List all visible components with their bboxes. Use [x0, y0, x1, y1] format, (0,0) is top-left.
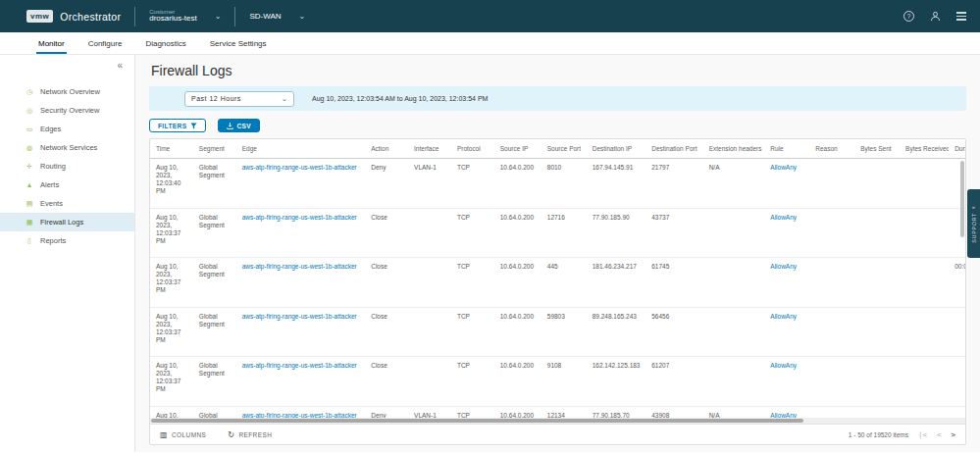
- pagination-next-icon[interactable]: >: [951, 430, 955, 439]
- columns-button[interactable]: ▥ COLUMNS: [160, 430, 206, 439]
- column-header-reason[interactable]: Reason: [809, 139, 854, 159]
- product-title: Orchestrator: [60, 11, 121, 23]
- column-header-protocol[interactable]: Protocol: [451, 139, 494, 159]
- column-header-bytes-received[interactable]: Bytes Received: [900, 139, 949, 159]
- cell-extension-headers: [703, 258, 765, 308]
- cell-duration: [949, 357, 965, 407]
- chevron-left-icon: «: [972, 204, 975, 210]
- refresh-button[interactable]: ↻ REFRESH: [228, 430, 272, 439]
- column-header-segment[interactable]: Segment: [193, 139, 236, 159]
- cell-reason: [809, 208, 854, 258]
- edge-link[interactable]: aws-atp-firing-range-us-west-1b-attacker: [242, 362, 357, 369]
- tab-diagnostics[interactable]: Diagnostics: [133, 32, 197, 54]
- support-tab[interactable]: « SUPPORT: [967, 189, 980, 258]
- cell-destination-port: 61745: [645, 258, 702, 308]
- customer-dropdown[interactable]: Customer drosarius-test ⌄: [149, 9, 221, 24]
- cell-reason: [809, 258, 854, 308]
- cell-source-port: 12716: [542, 208, 587, 258]
- time-range-value: Past 12 Hours: [191, 95, 241, 102]
- network-services-icon: ◍: [26, 144, 33, 152]
- edge-link[interactable]: aws-atp-firing-range-us-west-1b-attacker: [242, 164, 357, 171]
- help-icon[interactable]: ?: [903, 11, 914, 22]
- sidebar-collapse-icon[interactable]: «: [117, 60, 123, 71]
- column-header-destination-ip[interactable]: Destination IP: [587, 139, 646, 159]
- column-header-action[interactable]: Action: [365, 139, 408, 159]
- cell-source-port: 12134: [542, 406, 587, 418]
- sidebar-item-edges[interactable]: ▭Edges: [0, 120, 134, 138]
- cell-source-ip: 10.64.0.200: [494, 208, 542, 258]
- sidebar-item-events[interactable]: ▤Events: [0, 194, 134, 213]
- rule-link[interactable]: AllowAny: [770, 362, 797, 369]
- pagination: 1 - 50 of 19520 items |< < >: [849, 430, 955, 439]
- cell-bytes-received: [900, 208, 949, 258]
- vertical-scrollbar[interactable]: [960, 161, 964, 237]
- cell-reason: [809, 406, 854, 418]
- cell-source-port: 445: [542, 258, 587, 308]
- sidebar-item-firewall-logs[interactable]: ▦Firewall Logs: [0, 213, 134, 231]
- pagination-first-icon[interactable]: |<: [918, 430, 927, 439]
- customer-value: drosarius-test: [149, 15, 196, 24]
- filter-funnel-icon: [190, 123, 197, 129]
- column-header-rule[interactable]: Rule: [764, 139, 809, 159]
- edge-link[interactable]: aws-atp-firing-range-us-west-1b-attacker: [242, 313, 357, 320]
- cell-interface: [408, 258, 451, 308]
- column-header-destination-port[interactable]: Destination Port: [645, 139, 702, 159]
- cell-time: Aug 10, 2023, 12:03:37 PM: [150, 208, 193, 258]
- edge-link[interactable]: aws-atp-firing-range-us-west-1b-attacker: [242, 263, 357, 270]
- cell-source-ip: 10.64.0.200: [494, 307, 542, 357]
- column-header-bytes-sent[interactable]: Bytes Sent: [854, 139, 900, 159]
- cell-rule: AllowAny: [764, 159, 809, 209]
- cell-duration: [949, 406, 965, 418]
- sidebar-item-network-services[interactable]: ◍Network Services: [0, 138, 134, 157]
- cell-rule: AllowAny: [764, 208, 809, 258]
- table-row: Aug 10, 2023, 12:03:37 PMGlobal Segmenta…: [150, 208, 965, 258]
- chevron-down-icon: ⌄: [299, 12, 306, 21]
- tab-configure[interactable]: Configure: [77, 32, 134, 54]
- edge-link[interactable]: aws-atp-firing-range-us-west-1b-attacker: [242, 214, 357, 221]
- cell-segment: Global Segment: [193, 159, 236, 209]
- column-header-duration[interactable]: Duration: [949, 139, 965, 159]
- horizontal-scrollbar-thumb[interactable]: [151, 419, 803, 423]
- filters-button[interactable]: FILTERS: [149, 119, 206, 132]
- vmware-logo[interactable]: vmw: [26, 10, 53, 23]
- sidebar-item-reports[interactable]: ▯Reports: [0, 231, 134, 250]
- column-header-edge[interactable]: Edge: [236, 139, 366, 159]
- rule-link[interactable]: AllowAny: [770, 164, 797, 171]
- cell-rule: AllowAny: [764, 406, 809, 418]
- column-header-time[interactable]: Time: [150, 139, 193, 159]
- tab-monitor[interactable]: Monitor: [26, 32, 77, 54]
- sidebar-item-network-overview[interactable]: ◷Network Overview: [0, 82, 134, 101]
- cell-destination-ip: 181.46.234.217: [587, 258, 646, 308]
- cell-segment: Global Segment: [193, 258, 236, 308]
- menu-icon[interactable]: [956, 12, 966, 21]
- cell-source-ip: 10.64.0.200: [494, 406, 542, 418]
- service-dropdown[interactable]: SD-WAN ⌄: [249, 12, 305, 21]
- csv-export-button[interactable]: CSV: [218, 119, 260, 132]
- rule-link[interactable]: AllowAny: [770, 214, 797, 221]
- horizontal-scrollbar[interactable]: [150, 418, 965, 424]
- column-header-interface[interactable]: Interface: [408, 139, 451, 159]
- cell-source-ip: 10.64.0.200: [494, 159, 542, 209]
- column-header-source-port[interactable]: Source Port: [542, 139, 587, 159]
- cell-extension-headers: [703, 307, 765, 357]
- cell-segment: Global Segment: [193, 307, 236, 357]
- refresh-icon: ↻: [228, 430, 234, 439]
- pagination-prev-icon[interactable]: <: [937, 430, 942, 439]
- cell-duration: [949, 307, 965, 357]
- rule-link[interactable]: AllowAny: [770, 263, 797, 270]
- column-header-source-ip[interactable]: Source IP: [494, 139, 542, 159]
- cell-edge: aws-atp-firing-range-us-west-1b-attacker: [236, 208, 366, 258]
- sidebar-item-security-overview[interactable]: ◎Security Overview: [0, 101, 134, 120]
- sidebar-item-alerts[interactable]: ▲Alerts: [0, 176, 134, 194]
- cell-interface: VLAN-1: [408, 159, 451, 209]
- cell-extension-headers: N/A: [703, 406, 765, 418]
- user-icon[interactable]: [930, 8, 941, 25]
- rule-link[interactable]: AllowAny: [770, 313, 797, 320]
- time-range-select[interactable]: Past 12 Hours ⌄: [184, 91, 294, 107]
- table-row: Aug 10, 2023, 12:03:40 PMGlobal Segmenta…: [150, 159, 965, 209]
- column-header-extension-headers[interactable]: Extension headers: [703, 139, 765, 159]
- tab-service-settings[interactable]: Service Settings: [198, 32, 279, 54]
- sidebar-item-routing[interactable]: ✛Routing: [0, 157, 134, 176]
- table-row: Aug 10, 2023, 12:03:30 PMGlobal Segmenta…: [150, 406, 965, 418]
- cell-source-ip: 10.64.0.200: [494, 258, 542, 308]
